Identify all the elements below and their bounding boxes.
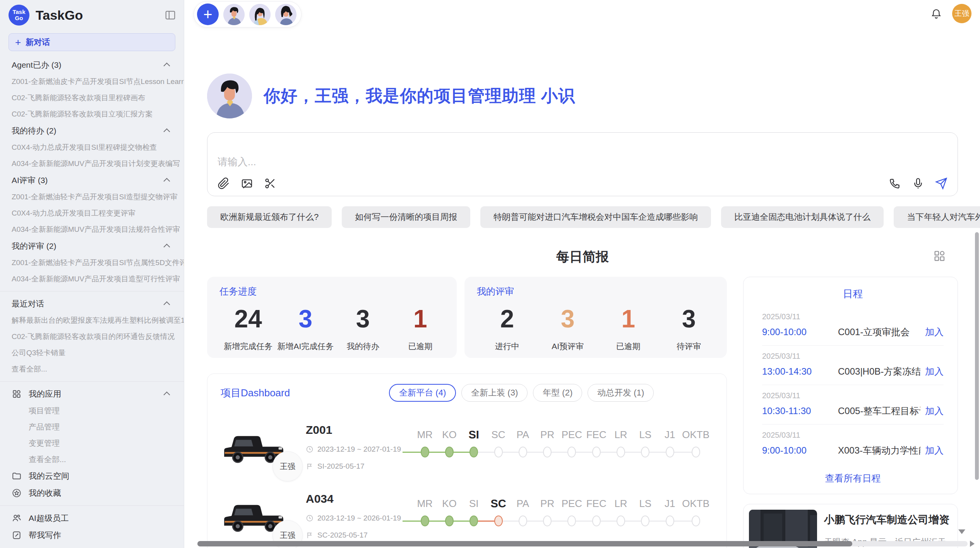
recent-chat-item[interactable]: 解释最新出台的欧盟报废车法规再生塑料比例被调至15%...: [12, 312, 184, 329]
filter-pill[interactable]: 年型 (2): [533, 384, 582, 402]
project-code: A034: [306, 492, 413, 505]
milestone: MR: [413, 495, 437, 526]
section-my-todo[interactable]: 我的待办 (2): [12, 122, 184, 139]
suggestion-chip[interactable]: 比亚迪全固态电池计划具体说了什么: [721, 206, 884, 228]
user-avatar[interactable]: 王强: [952, 4, 971, 23]
new-chat-button[interactable]: + 新对话: [9, 33, 175, 51]
app-item-project-mgmt[interactable]: 项目管理: [12, 402, 184, 419]
milestone-dot: [469, 447, 478, 457]
list-item[interactable]: Z001-全新燃油轻卡产品开发项目SI造型提交物评审: [12, 189, 184, 205]
sidebar-item-creative-draw[interactable]: 创意制图: [12, 544, 184, 548]
agent-avatar-3[interactable]: [275, 4, 296, 25]
milestone: SI: [462, 426, 486, 457]
join-link[interactable]: 加入: [925, 405, 944, 417]
list-item[interactable]: A034-全新新能源MUV产品开发项目计划变更表编写: [12, 156, 184, 172]
microphone-icon[interactable]: [912, 177, 924, 190]
sidebar-item-favorites[interactable]: 我的收藏: [12, 485, 184, 502]
metric-label: AI预评审: [538, 341, 598, 352]
milestone: SI: [462, 495, 486, 526]
list-item[interactable]: C0X4-动力总成开发项目工程变更评审: [12, 205, 184, 221]
schedule-event-title: X003-车辆动力学性能验...: [838, 444, 920, 457]
milestone: SC: [486, 426, 511, 457]
agent-avatar-2[interactable]: [249, 4, 271, 25]
milestone-dot: [592, 515, 601, 526]
scissors-icon[interactable]: [264, 177, 276, 190]
recent-view-all[interactable]: 查看全部...: [12, 361, 184, 377]
scroll-down-arrow-icon[interactable]: [958, 529, 965, 534]
app-item-product-mgmt[interactable]: 产品管理: [12, 419, 184, 435]
suggestion-chip[interactable]: 特朗普可能对进口汽车增税会对中国车企造成哪些影响: [480, 206, 711, 228]
filter-pill[interactable]: 动总开发 (1): [588, 384, 654, 402]
metric: 3 AI预评审: [538, 305, 598, 352]
milestone-dot: [421, 447, 429, 457]
join-link[interactable]: 加入: [925, 326, 944, 338]
join-link[interactable]: 加入: [925, 444, 944, 457]
section-my-review[interactable]: 我的评审 (2): [12, 238, 184, 255]
milestone-dot: [519, 447, 527, 457]
milestone-label: PA: [516, 495, 529, 512]
filter-pill[interactable]: 全新平台 (4): [389, 384, 456, 402]
agent-avatar-1[interactable]: [223, 4, 245, 25]
vertical-scrollbar[interactable]: [975, 232, 979, 480]
milestone-dot: [617, 447, 625, 457]
project-row[interactable]: 王强 A034 2023-12-19 ~ 2026-01-19: [221, 491, 713, 539]
milestone-label: J1: [665, 495, 675, 512]
metric: 2 进行中: [477, 305, 538, 352]
milestone-dot: [469, 515, 478, 526]
image-icon[interactable]: [241, 177, 253, 190]
task-progress-card: 任务进度 24 新增完成任务 3 新增AI完成任务: [207, 277, 457, 358]
list-item[interactable]: A034-全新新能源MUV产品开发项目造型可行性评审: [12, 271, 184, 287]
attachment-icon[interactable]: [218, 177, 230, 190]
project-dashboard-card: 项目Dashboard 全新平台 (4) 全新上装 (3) 年型 (2) 动总开…: [207, 373, 727, 548]
section-ai-review[interactable]: AI评审 (3): [12, 172, 184, 189]
suggestion-chip[interactable]: 当下年轻人对汽车外观有怎样的喜好趋势: [894, 206, 980, 228]
milestone-dot: [421, 515, 429, 526]
sidebar-item-my-apps[interactable]: 我的应用: [12, 385, 184, 402]
metric: 3 新增AI完成任务: [277, 305, 334, 352]
greeting-text: 你好，王强，我是你的项目管理助理 小识: [264, 85, 575, 107]
send-icon[interactable]: [935, 177, 947, 190]
layout-grid-icon[interactable]: [933, 250, 946, 262]
suggestion-chip[interactable]: 欧洲新规最近颁布了什么?: [207, 206, 332, 228]
milestone-label: SC: [490, 495, 506, 512]
app-item-change-mgmt[interactable]: 变更管理: [12, 435, 184, 451]
dashboard-title: 项目Dashboard: [221, 386, 290, 400]
horizontal-scrollbar-track[interactable]: [197, 541, 968, 546]
metric-label: 待评审: [659, 341, 720, 352]
view-all-schedule-link[interactable]: 查看所有日程: [762, 472, 944, 485]
collapse-sidebar-icon[interactable]: [164, 9, 176, 21]
scroll-right-arrow-icon[interactable]: [970, 541, 975, 547]
metric-label: 新增完成任务: [219, 341, 277, 352]
sidebar-item-help-write[interactable]: 帮我写作: [12, 527, 184, 544]
write-icon: [12, 530, 22, 540]
filter-pill[interactable]: 全新上装 (3): [461, 384, 528, 402]
list-item[interactable]: Z001-全新燃油轻卡产品开发项目SI节点属性5D文件评审: [12, 255, 184, 271]
list-item[interactable]: Z001-全新燃油皮卡产品开发项目SI节点Lesson Learn报告: [12, 74, 184, 90]
schedule-item: 2025/03/11 10:30-11:30 C005-整车工程目标评审 加入: [762, 385, 944, 425]
section-agent-done[interactable]: Agent已办 (3): [12, 57, 184, 74]
milestone-dot: [445, 515, 454, 526]
list-item[interactable]: A034-全新新能源MUV产品开发项目法规符合性评审: [12, 221, 184, 238]
recent-chat-item[interactable]: C02-飞腾新能源轻客改款项目的闭环通告反馈情况: [12, 329, 184, 345]
clock-icon: [306, 514, 314, 522]
list-item[interactable]: C02-飞腾新能源轻客改款项目里程碑画布: [12, 90, 184, 106]
sidebar-item-cloud-space[interactable]: 我的云空间: [12, 468, 184, 485]
schedule-time: 9:00-10:00: [762, 445, 838, 456]
suggestion-chips: 欧洲新规最近颁布了什么? 如何写一份清晰的项目周报 特朗普可能对进口汽车增税会对…: [207, 206, 958, 228]
milestone-label: KO: [442, 426, 457, 443]
list-item[interactable]: C0X4-动力总成开发项目SI里程碑提交物检查: [12, 139, 184, 156]
sidebar-item-ai-employee[interactable]: AI超级员工: [12, 510, 184, 527]
chat-input[interactable]: [218, 156, 947, 168]
voice-call-icon[interactable]: [889, 177, 901, 190]
recent-chat-item[interactable]: 公司Q3轻卡销量: [12, 345, 184, 361]
list-item[interactable]: C02-飞腾新能源轻客改款项目立项汇报方案: [12, 106, 184, 122]
notification-bell-icon[interactable]: [930, 8, 942, 19]
horizontal-scrollbar-thumb[interactable]: [197, 541, 852, 546]
section-recent-chats[interactable]: 最近对话: [12, 295, 184, 312]
join-link[interactable]: 加入: [925, 365, 944, 378]
apps-view-all[interactable]: 查看全部...: [12, 451, 184, 468]
add-agent-button[interactable]: +: [197, 3, 219, 25]
milestone: PEC: [560, 426, 584, 457]
suggestion-chip[interactable]: 如何写一份清晰的项目周报: [342, 206, 470, 228]
project-row[interactable]: 王强 Z001 2023-12-19 ~ 2027-01-19: [221, 422, 713, 471]
